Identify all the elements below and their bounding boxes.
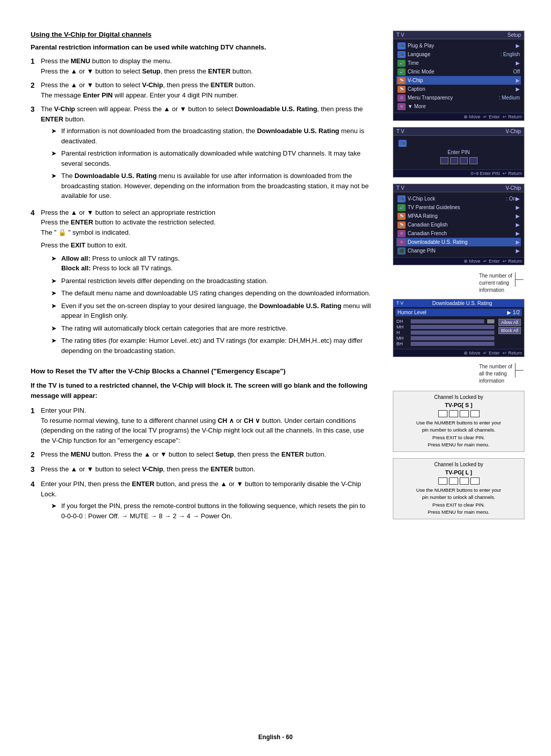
locked-l-title: Channel Is Locked by	[398, 462, 519, 467]
icon-picture1: 📺	[397, 42, 406, 49]
screen-setup-body: 📺 Plug & Play ▶ 📺 Language : English 🔊 T…	[393, 39, 524, 113]
step2-2: 2 Press the MENU button. Press the ▲ or …	[31, 449, 372, 460]
rating-level-row: Humor Level ▶ 1/2	[395, 309, 522, 316]
enter-pin-label: Enter PIN	[397, 149, 520, 155]
locked-s-pin-1	[438, 410, 447, 417]
locked-l-pin-2	[449, 477, 458, 485]
value-vchiplock: : On	[506, 195, 516, 203]
menu-row-vchip: 📡 V-Chip ▶	[396, 76, 521, 85]
nav-pin-enter: 0~9 Enter PIN	[471, 171, 500, 176]
section1-title: Using the V-Chip for Digital channels	[31, 31, 372, 38]
screen-pin-tv-label: T V	[396, 129, 404, 134]
menu-row-menutransparency: ⚙ Menu Transparency : Medium	[396, 93, 521, 102]
step2-1: 1 Enter your PIN. To resume normal viewi…	[31, 406, 372, 445]
press-exit: Press the EXIT button to exit.	[41, 240, 372, 250]
screen-setup-nav: ⊕ Move ↵ Enter ↩ Return	[393, 113, 524, 120]
step-3: 3 The V-Chip screen will appear. Press t…	[31, 104, 372, 204]
locked-s-pin-4	[470, 410, 480, 417]
icon-setup2: ⚙	[397, 103, 406, 110]
locked-s-pin-2	[449, 410, 458, 417]
menu-row-language: 📺 Language : English	[396, 50, 521, 59]
screen-dl-title: Downloadable U.S. Rating	[432, 300, 492, 306]
screen-vchip-body: 📺 V-Chip Lock : On ▶ 🔊 TV Parental Guide…	[393, 192, 524, 257]
step-4-bullet-2: ➤ Parental restriction levels differ dep…	[51, 276, 372, 286]
step-3-bullet-3: ➤ The Downloadable U.S. Rating menu is a…	[51, 171, 372, 201]
step2-4-content: Enter your PIN, then press the ENTER but…	[41, 479, 372, 523]
menu-row-picture-icon: 📺	[397, 139, 520, 147]
menu-row-tvparental: 🔊 TV Parental Guidelines ▶	[396, 203, 521, 212]
screen-vchip-tv-label: T V	[396, 185, 404, 191]
cat-h-bar	[411, 331, 494, 335]
cat-dh-label: DH	[396, 319, 409, 324]
cat-mh2: MH	[396, 336, 494, 341]
step2-4-num: 4	[31, 479, 41, 523]
footer: English - 60	[258, 734, 292, 741]
label-vchiplock: V-Chip Lock	[408, 195, 506, 203]
annotation-arrow-1	[514, 272, 524, 287]
cat-dh-indicator	[487, 319, 494, 323]
locked-s-text: Use the NUMBER buttons to enter your pin…	[398, 419, 519, 448]
pin-box-1	[440, 157, 448, 164]
label-changepin: Change PIN	[408, 247, 516, 255]
step-4: 4 Press the ▲ or ▼ button to select an a…	[31, 208, 372, 359]
cat-mh2-bar	[411, 336, 494, 340]
nav-vchip-enter: ↵ Enter	[483, 259, 499, 264]
steps-list: 1 Press the MENU button to display the m…	[31, 56, 372, 358]
pin-boxes	[397, 157, 520, 164]
section1-intro: Parental restriction information can be …	[31, 43, 372, 51]
locked-l-pin-3	[460, 477, 469, 485]
screen-vchip-menu: T V V-Chip 📺 V-Chip Lock : On ▶ 🔊 TV Par…	[393, 184, 524, 265]
label-clinicmode: Clinic Mode	[408, 68, 513, 75]
annotation-all-rating: The number ofall the ratinginformation	[393, 363, 524, 385]
menu-row-clinicmode: 🔊 Clinic Mode Off	[396, 67, 521, 76]
label-mpaa: MPAA Rating	[408, 213, 516, 220]
allow-all-btn[interactable]: Allow All	[498, 319, 521, 326]
section2-intro: If the TV is tuned to a restricted chann…	[31, 381, 372, 400]
annotation-current-rating: The number ofcurrent ratinginformation	[393, 272, 524, 294]
icon-picture-pin: 📺	[398, 140, 407, 147]
cat-h-label: H	[396, 330, 409, 335]
steps2-list: 1 Enter your PIN. To resume normal viewi…	[31, 406, 372, 523]
step-2: 2 Press the ▲ or ▼ button to select V-Ch…	[31, 80, 372, 100]
step2-3: 3 Press the ▲ or ▼ button to select V-Ch…	[31, 464, 372, 475]
step-4-bullets: ➤ Allow all: Press to unlock all TV rati…	[51, 254, 372, 356]
step-3-num: 3	[31, 104, 41, 204]
screen-dl-rating: T V Downloadable U.S. Rating Humor Level…	[393, 299, 524, 357]
nav-dl-enter: ↵ Enter	[483, 350, 499, 356]
icon-sound1: 🔊	[397, 60, 406, 67]
step-2-num: 2	[31, 80, 41, 100]
step2-4-bullet-1: ➤ If you forget the PIN, press the remot…	[51, 501, 372, 521]
screen-vchip-title: V-Chip	[506, 185, 521, 191]
step-1-num: 1	[31, 56, 41, 76]
screen-pin-header: T V V-Chip	[393, 128, 524, 136]
menu-row-mpaa: 📡 MPAA Rating ▶	[396, 212, 521, 220]
step2-3-num: 3	[31, 464, 41, 475]
screen-setup: T V Setup 📺 Plug & Play ▶ 📺 Language : E…	[393, 31, 524, 121]
menu-row-plugplay: 📺 Plug & Play ▶	[396, 41, 521, 50]
locked-l-pin-1	[438, 477, 447, 485]
menu-row-dlrating: ⚙ Downloadable U.S. Rating ▶	[396, 238, 521, 246]
menu-row-canenglish: 📡 Canadian English ▶	[396, 220, 521, 229]
step-1: 1 Press the MENU button to display the m…	[31, 56, 372, 76]
pin-box-4	[469, 157, 478, 164]
locked-s-title: Channel Is Locked by	[398, 394, 519, 400]
label-canfrench: Canadian French	[408, 230, 516, 237]
nav-pin-return: ↩ Return	[503, 171, 522, 176]
locked-l-pin-row	[398, 477, 519, 485]
step-4-bullet-6: ➤ The rating titles (for example: Humor …	[51, 336, 372, 356]
pin-box-3	[460, 157, 468, 164]
screen-pin-nav: 0~9 Enter PIN ↩ Return	[393, 169, 524, 177]
cat-dh-bar	[411, 319, 484, 323]
label-more: ▼ More	[408, 103, 520, 110]
menu-row-time: 🔊 Time ▶	[396, 59, 521, 67]
cat-mh-bar	[411, 325, 494, 329]
label-dlrating: Downloadable U.S. Rating	[408, 239, 516, 246]
humor-level-label: Humor Level	[397, 310, 507, 315]
annotation-label-1: The number ofcurrent ratinginformation	[479, 273, 512, 293]
annotation-arrow-2	[514, 363, 524, 377]
icon-dlrating: ⚙	[397, 239, 406, 246]
icon-sound2: 🔊	[397, 68, 406, 75]
block-all-btn[interactable]: Block All	[498, 327, 521, 334]
screen-setup-tv-label: T V	[396, 32, 404, 38]
screen-dl-tv-label: T V	[396, 300, 404, 306]
